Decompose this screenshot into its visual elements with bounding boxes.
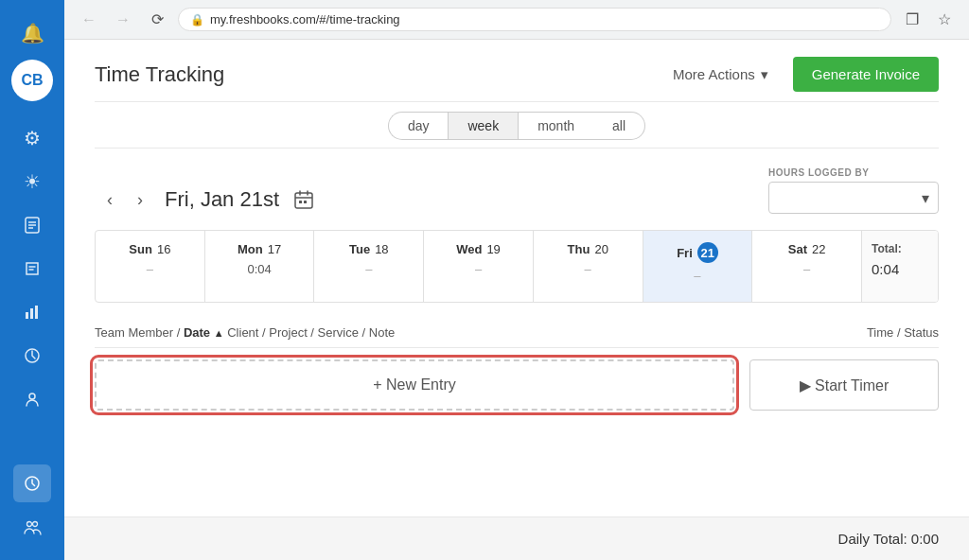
svg-rect-6 <box>35 306 38 319</box>
weekly-total-cell: Total: 0:04 <box>862 231 938 302</box>
day-hours-sun: – <box>105 262 195 276</box>
svg-rect-16 <box>299 201 302 203</box>
settings-icon[interactable]: ⚙ <box>13 119 51 157</box>
day-cell-wed[interactable]: Wed 19 – <box>424 231 534 302</box>
new-entry-button[interactable]: + New Entry <box>95 359 734 411</box>
day-cell-thu[interactable]: Thu 20 – <box>534 231 643 302</box>
url-bar[interactable]: 🔒 my.freshbooks.com/#/time-tracking <box>178 8 891 31</box>
day-hours-mon: 0:04 <box>215 262 305 276</box>
day-hours-sat: – <box>762 262 852 276</box>
expenses-icon[interactable] <box>13 250 51 288</box>
next-date-button[interactable]: › <box>125 184 155 215</box>
day-label-wed: Wed 19 <box>433 242 523 256</box>
svg-rect-17 <box>304 201 307 203</box>
url-text: my.freshbooks.com/#/time-tracking <box>210 12 400 26</box>
table-header-left: Team Member / Date ▲ Client / Project / … <box>95 325 395 340</box>
hours-logged-select[interactable]: Me All Team Members <box>768 182 939 214</box>
more-actions-button[interactable]: More Actions ▾ <box>663 61 778 89</box>
day-cell-fri[interactable]: Fri 21 – <box>643 231 753 302</box>
invoices-icon[interactable] <box>13 206 51 244</box>
day-label-tue: Tue 18 <box>324 242 414 256</box>
total-label: Total: <box>872 242 928 255</box>
team-member-col: Team Member / <box>95 325 184 340</box>
time-tracking-icon[interactable] <box>13 464 51 502</box>
prev-date-button[interactable]: ‹ <box>95 184 125 215</box>
svg-point-10 <box>27 522 32 527</box>
client-col: Client / Project / Service / Note <box>224 325 396 340</box>
current-date: Fri, Jan 21st <box>165 187 279 212</box>
table-header-right: Time / Status <box>867 325 939 340</box>
day-hours-fri: – <box>653 269 743 283</box>
day-cell-sat[interactable]: Sat 22 – <box>752 231 862 302</box>
day-label-sun: Sun 16 <box>105 242 195 256</box>
more-actions-label: More Actions <box>673 66 755 82</box>
svg-rect-4 <box>26 312 28 319</box>
svg-rect-12 <box>295 193 312 208</box>
day-hours-tue: – <box>324 262 414 276</box>
table-header: Team Member / Date ▲ Client / Project / … <box>95 318 939 348</box>
day-hours-thu: – <box>543 262 633 276</box>
chevron-down-icon: ▾ <box>761 66 768 83</box>
app-header: Time Tracking More Actions ▾ Generate In… <box>95 40 939 102</box>
day-label-sat: Sat 22 <box>762 242 852 256</box>
hours-logged-label: HOURS LOGGED BY <box>768 167 869 178</box>
dashboard-icon[interactable]: ☀ <box>13 163 51 201</box>
view-tabs: day week month all <box>95 102 939 149</box>
tab-month[interactable]: month <box>518 112 593 140</box>
date-sort-col[interactable]: Date ▲ <box>184 325 224 340</box>
avatar[interactable]: CB <box>11 60 53 101</box>
app-content: Time Tracking More Actions ▾ Generate In… <box>64 40 969 516</box>
calendar-picker-button[interactable] <box>289 184 319 215</box>
day-label-mon: Mon 17 <box>215 242 305 256</box>
clients-icon[interactable] <box>13 380 51 418</box>
tab-day[interactable]: day <box>388 112 449 140</box>
hours-logged-select-wrapper: Me All Team Members <box>768 182 939 214</box>
main-content: ← → ⟳ 🔒 my.freshbooks.com/#/time-trackin… <box>64 0 969 560</box>
day-cell-mon[interactable]: Mon 17 0:04 <box>205 231 315 302</box>
tab-week[interactable]: week <box>448 112 518 140</box>
page-title: Time Tracking <box>95 62 224 87</box>
day-hours-wed: – <box>433 262 523 276</box>
reports-icon[interactable] <box>13 293 51 331</box>
tab-all[interactable]: all <box>593 112 645 140</box>
team-icon[interactable] <box>13 508 51 546</box>
header-actions: More Actions ▾ Generate Invoice <box>663 57 939 92</box>
date-navigation: ‹ › Fri, Jan 21st <box>95 184 319 215</box>
svg-point-8 <box>29 394 35 399</box>
day-cell-tue[interactable]: Tue 18 – <box>314 231 424 302</box>
bell-icon[interactable]: 🔔 <box>13 14 51 52</box>
svg-point-11 <box>33 522 38 527</box>
day-label-thu: Thu 20 <box>543 242 633 256</box>
day-label-fri: Fri 21 <box>653 242 743 263</box>
projects-icon[interactable] <box>13 337 51 375</box>
svg-rect-5 <box>30 308 33 319</box>
date-nav-row: ‹ › Fri, Jan 21st HOURS LOGGED BY <box>95 166 939 215</box>
hours-logged-filter: HOURS LOGGED BY Me All Team Members <box>768 167 939 214</box>
day-cell-sun[interactable]: Sun 16 – <box>96 231 205 302</box>
entry-buttons: + New Entry ▶ Start Timer <box>95 359 939 411</box>
lock-icon: 🔒 <box>190 13 204 26</box>
start-timer-button[interactable]: ▶ Start Timer <box>749 359 939 411</box>
bookmark-button[interactable]: ☆ <box>931 7 958 33</box>
browser-bar: ← → ⟳ 🔒 my.freshbooks.com/#/time-trackin… <box>64 0 969 40</box>
daily-total-bar: Daily Total: 0:00 <box>64 516 969 560</box>
sidebar: 🔔 CB ⚙ ☀ <box>0 0 64 560</box>
total-value: 0:04 <box>872 261 928 277</box>
back-button[interactable]: ← <box>76 7 102 33</box>
share-button[interactable]: ❐ <box>899 7 925 33</box>
reload-button[interactable]: ⟳ <box>144 7 170 33</box>
generate-invoice-button[interactable]: Generate Invoice <box>793 57 939 92</box>
sort-arrow-icon: ▲ <box>214 327 224 339</box>
forward-button[interactable]: → <box>110 7 136 33</box>
active-day-badge: 21 <box>697 242 718 263</box>
weekly-calendar: Sun 16 – Mon 17 0:04 Tue 18 – <box>95 230 939 303</box>
